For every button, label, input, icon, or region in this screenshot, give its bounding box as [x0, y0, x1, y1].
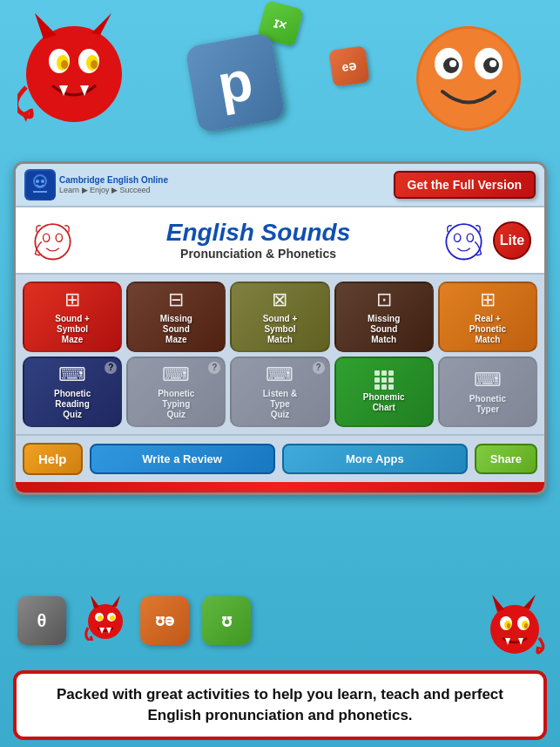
app-title-block: English Sounds Pronunciation & Phonetics [77, 220, 440, 261]
svg-point-18 [449, 60, 456, 67]
bottom-section: θ ʊə ʊ [0, 586, 560, 747]
svg-point-30 [467, 234, 473, 241]
title-face-right [440, 216, 488, 264]
svg-point-7 [61, 60, 68, 69]
app-title: English Sounds [77, 220, 440, 247]
game-tile-real-phonetic-match[interactable]: ⊞ Real +PhoneticMatch [438, 282, 537, 352]
svg-point-24 [41, 180, 44, 183]
main-panel: Cambridge English Online Learn ▶ Enjoy ▶… [13, 161, 547, 495]
bottom-devil-small [84, 593, 127, 649]
bottom-tile-uschwa: ʊə [140, 596, 189, 645]
svg-point-8 [91, 60, 98, 69]
help-button[interactable]: Help [23, 443, 83, 475]
logo-tagline: Learn ▶ Enjoy ▶ Succeed [59, 186, 168, 196]
full-version-button[interactable]: Get the Full Version [394, 171, 536, 199]
svg-point-27 [56, 234, 62, 241]
game-tile-missing-sound-maze[interactable]: ⊟ MissingSoundMaze [126, 282, 226, 352]
svg-marker-2 [91, 13, 111, 35]
title-area: English Sounds Pronunciation & Phonetics… [16, 207, 544, 275]
svg-point-47 [507, 623, 510, 628]
game-tile-phonetic-typing-quiz[interactable]: ? ⌨ PhoneticTypingQuiz [126, 357, 226, 427]
more-apps-button[interactable]: More Apps [282, 444, 468, 474]
game-tile-sound-symbol-maze[interactable]: ⊞ Sound +SymbolMaze [23, 282, 122, 352]
svg-marker-1 [35, 13, 57, 39]
svg-marker-42 [523, 594, 536, 609]
cambridge-logo: Cambridge English Online Learn ▶ Enjoy ▶… [24, 169, 168, 200]
svg-marker-33 [111, 595, 120, 607]
title-face-left [29, 216, 77, 264]
small-tile-orange-top: eə [328, 45, 369, 86]
panel-bottom-bar [16, 482, 544, 492]
top-section: ɪ× p eə [0, 0, 560, 183]
svg-point-25 [35, 224, 70, 259]
bottom-tile-u: ʊ [202, 596, 251, 645]
lite-badge: Lite [493, 221, 531, 260]
bottom-buttons: Help Write a Review More Apps Share [16, 434, 544, 482]
devil-left [17, 9, 131, 122]
svg-marker-41 [492, 594, 504, 612]
svg-point-26 [44, 234, 50, 241]
game-tile-phonetic-typer[interactable]: ⌨ PhoneticTyper [438, 357, 537, 427]
bottom-tiles-row: θ ʊə ʊ [0, 586, 560, 655]
svg-point-37 [110, 615, 115, 621]
svg-point-13 [419, 29, 518, 128]
bottom-text-box: Packed with great activities to help you… [13, 670, 547, 740]
games-grid: ⊞ Sound +SymbolMaze ⊟ MissingSoundMaze ⊠… [16, 275, 544, 434]
svg-point-29 [455, 234, 461, 241]
p-tile: p [185, 32, 286, 133]
game-tile-missing-sound-match[interactable]: ⊡ MissingSoundMatch [334, 282, 434, 352]
game-tile-phonetic-reading-quiz[interactable]: ? ⌨ PhoneticReadingQuiz [23, 357, 122, 427]
bottom-tile-theta: θ [17, 596, 66, 645]
svg-point-19 [489, 60, 496, 67]
app-subtitle: Pronunciation & Phonetics [77, 247, 440, 261]
smiley-right [412, 22, 525, 135]
svg-point-23 [36, 180, 39, 183]
logo-name: Cambridge English Online [59, 174, 168, 186]
svg-marker-32 [91, 595, 99, 608]
write-review-button[interactable]: Write a Review [90, 444, 275, 474]
panel-header: Cambridge English Online Learn ▶ Enjoy ▶… [16, 164, 544, 207]
share-button[interactable]: Share [475, 444, 537, 474]
bottom-devil-right [482, 590, 547, 659]
game-tile-phonemic-chart[interactable]: PhonemicChart [334, 357, 434, 427]
logo-icon [24, 169, 56, 200]
svg-point-28 [446, 224, 481, 259]
game-tile-listen-type-quiz[interactable]: ? ⌨ Listen &TypeQuiz [230, 357, 329, 427]
svg-point-40 [490, 605, 539, 654]
svg-point-31 [88, 604, 123, 639]
bottom-description: Packed with great activities to help you… [30, 684, 530, 726]
game-tile-sound-symbol-match[interactable]: ⊠ Sound +SymbolMatch [230, 282, 329, 352]
svg-point-0 [26, 26, 122, 122]
svg-point-48 [524, 623, 528, 628]
svg-point-36 [98, 615, 103, 621]
